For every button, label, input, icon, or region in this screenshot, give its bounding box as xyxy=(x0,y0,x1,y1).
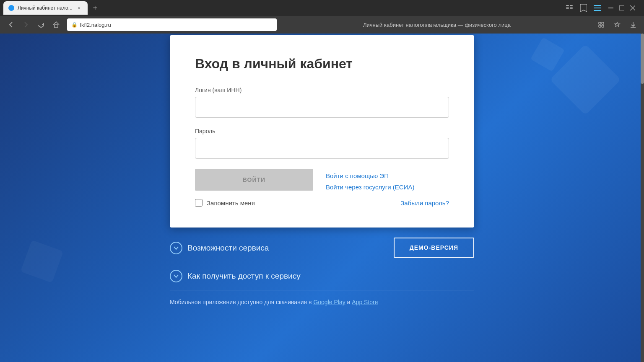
svg-rect-8 xyxy=(594,10,601,11)
browser-chrome: Личный кабинет нало... × + xyxy=(0,0,644,34)
esia-login-link[interactable]: Войти через госуслуги (ЕСИА) xyxy=(326,184,414,191)
svg-rect-15 xyxy=(602,22,604,24)
forward-button[interactable] xyxy=(20,19,32,31)
remember-row: Запомнить меня Забыли пароль? xyxy=(195,199,449,207)
tab-favicon-icon xyxy=(8,5,14,11)
reader-mode-icon[interactable] xyxy=(566,5,574,11)
new-tab-button[interactable]: + xyxy=(89,2,101,14)
app-store-link[interactable]: App Store xyxy=(352,299,378,305)
browser-window-controls xyxy=(566,4,641,12)
login-label: Логин (ваш ИНН) xyxy=(195,87,449,93)
svg-rect-13 xyxy=(55,25,58,28)
accordion-chevron-1 xyxy=(170,242,182,254)
address-bar[interactable]: 🔒 lkfl2.nalog.ru xyxy=(67,18,277,31)
nav-right-icons xyxy=(595,19,639,31)
bottom-section: Возможности сервиса ДЕМО-ВЕРСИЯ Как полу… xyxy=(170,234,474,305)
login-card: Вход в личный кабинет Логин (ваш ИНН) Па… xyxy=(170,35,474,228)
download-icon[interactable] xyxy=(627,19,639,31)
home-button[interactable] xyxy=(50,19,62,31)
login-button[interactable]: ВОЙТИ xyxy=(195,169,313,191)
extensions-icon[interactable] xyxy=(595,19,607,31)
url-text: lkfl2.nalog.ru xyxy=(80,22,273,28)
window-controls xyxy=(608,5,637,11)
accordion-chevron-2 xyxy=(170,270,182,282)
login-input[interactable] xyxy=(195,97,449,118)
lock-icon: 🔒 xyxy=(71,22,78,28)
favorites-icon[interactable] xyxy=(611,19,623,31)
side-links: Войти с помощью ЭП Войти через госуслуги… xyxy=(326,169,414,191)
remember-checkbox[interactable] xyxy=(195,199,203,207)
mobile-app-text: Мобильное приложение доступно для скачив… xyxy=(170,299,474,305)
page-title-display: Личный кабинет налогоплательщика — физич… xyxy=(282,22,592,28)
remember-label: Запомнить меня xyxy=(207,199,255,207)
password-field-group: Пароль xyxy=(195,128,449,159)
browser-menu-icon[interactable] xyxy=(594,5,601,11)
svg-rect-9 xyxy=(608,8,613,8)
close-tab-button[interactable]: × xyxy=(76,5,83,11)
svg-rect-7 xyxy=(594,8,601,8)
active-tab[interactable]: Личный кабинет нало... × xyxy=(3,1,88,15)
bg-decoration-2 xyxy=(530,37,565,72)
svg-rect-6 xyxy=(594,5,601,6)
svg-rect-16 xyxy=(599,25,601,27)
close-button[interactable] xyxy=(630,5,636,11)
maximize-button[interactable] xyxy=(619,5,625,11)
password-label: Пароль xyxy=(195,128,449,134)
minimize-button[interactable] xyxy=(608,5,614,11)
ep-login-link[interactable]: Войти с помощью ЭП xyxy=(326,172,414,179)
svg-rect-14 xyxy=(599,22,601,24)
tab-title: Личный кабинет нало... xyxy=(18,5,73,11)
bookmarks-icon[interactable] xyxy=(580,4,587,12)
svg-rect-1 xyxy=(566,7,569,8)
bg-decoration-3 xyxy=(21,240,64,283)
scrollbar-thumb[interactable] xyxy=(641,34,644,84)
page-background: Вход в личный кабинет Логин (ваш ИНН) Па… xyxy=(0,34,644,362)
svg-rect-17 xyxy=(602,25,604,27)
back-button[interactable] xyxy=(5,19,17,31)
login-title: Вход в личный кабинет xyxy=(195,56,449,72)
google-play-link[interactable]: Google Play xyxy=(313,299,345,305)
svg-rect-4 xyxy=(570,7,573,8)
accordion-label-2: Как получить доступ к сервису xyxy=(187,272,301,281)
refresh-button[interactable] xyxy=(35,19,47,31)
mobile-text-and: и xyxy=(345,299,352,305)
login-field-group: Логин (ваш ИНН) xyxy=(195,87,449,118)
accordion-item-2[interactable]: Как получить доступ к сервису xyxy=(170,262,474,290)
svg-rect-0 xyxy=(566,5,569,6)
svg-rect-10 xyxy=(619,5,624,10)
mobile-text-prefix: Мобильное приложение доступно для скачив… xyxy=(170,299,313,305)
demo-button[interactable]: ДЕМО-ВЕРСИЯ xyxy=(394,238,474,258)
tab-bar: Личный кабинет нало... × + xyxy=(0,0,644,16)
svg-rect-3 xyxy=(570,5,573,6)
forgot-password-link[interactable]: Забыли пароль? xyxy=(400,199,449,207)
nav-bar: 🔒 lkfl2.nalog.ru Личный кабинет налогопл… xyxy=(0,16,644,34)
svg-rect-2 xyxy=(566,8,569,9)
svg-rect-5 xyxy=(570,8,573,9)
form-actions: ВОЙТИ Войти с помощью ЭП Войти через гос… xyxy=(195,169,449,191)
accordion-label-1: Возможности сервиса xyxy=(187,243,269,253)
scrollbar[interactable] xyxy=(641,34,644,362)
password-input[interactable] xyxy=(195,138,449,159)
demo-button-wrapper: ДЕМО-ВЕРСИЯ xyxy=(394,238,474,258)
